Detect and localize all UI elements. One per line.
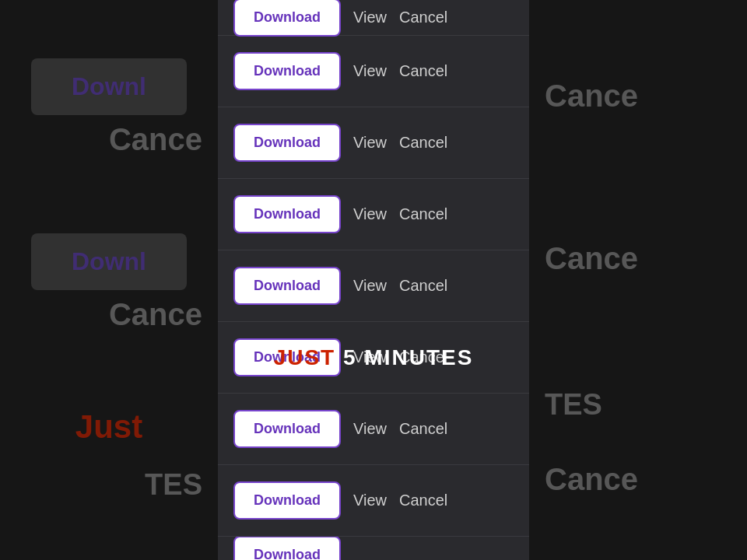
table-row-overlay: Download View Cancel JUST 5 MINUTES <box>218 322 529 394</box>
download-button-1[interactable]: Download <box>233 52 341 90</box>
bg-download-label-1: Downl <box>72 72 146 101</box>
view-link-6[interactable]: View <box>353 420 387 438</box>
download-button-5[interactable]: Download <box>233 338 341 376</box>
cancel-link-4[interactable]: Cancel <box>399 277 447 295</box>
cancel-link-1[interactable]: Cancel <box>399 62 447 80</box>
cancel-link-0[interactable]: Cancel <box>399 9 447 26</box>
download-button-8[interactable]: Download <box>233 537 341 560</box>
table-row: Download View Cancel <box>218 107 529 179</box>
bg-cancel-label-1: Cance <box>109 122 202 157</box>
view-link-2[interactable]: View <box>353 134 387 152</box>
cancel-link-3[interactable]: Cancel <box>399 205 447 223</box>
bg-cancel-label-2: Cance <box>109 297 202 332</box>
download-button-0[interactable]: Download <box>233 0 341 37</box>
bg-download-btn-1: Downl <box>31 58 187 115</box>
background-left: Downl Cance Downl Cance Just TES <box>0 0 218 560</box>
bg-download-label-2: Downl <box>72 247 146 276</box>
view-link-0[interactable]: View <box>353 9 387 26</box>
table-row: Download View Cancel <box>218 465 529 537</box>
table-row: Download View Cancel <box>218 250 529 322</box>
background-right: Cance Cance TES Cance <box>529 0 747 560</box>
view-link-7[interactable]: View <box>353 492 387 509</box>
view-link-4[interactable]: View <box>353 277 387 295</box>
bg-right-cancel-3: Cance <box>545 462 638 497</box>
bg-right-tes: TES <box>545 388 602 422</box>
download-button-4[interactable]: Download <box>233 267 341 305</box>
view-link-1[interactable]: View <box>353 62 387 80</box>
bg-right-cancel-1: Cance <box>545 79 638 114</box>
view-link-5[interactable]: View <box>353 348 387 366</box>
bg-download-btn-2: Downl <box>31 233 187 290</box>
download-button-3[interactable]: Download <box>233 195 341 233</box>
bg-right-cancel-2: Cance <box>545 241 638 276</box>
center-panel: Download View Cancel Download View Cance… <box>218 0 529 560</box>
view-link-3[interactable]: View <box>353 205 387 223</box>
table-row: Download View Cancel <box>218 179 529 250</box>
cancel-link-6[interactable]: Cancel <box>399 420 447 438</box>
download-button-7[interactable]: Download <box>233 481 341 520</box>
cancel-link-5[interactable]: Cancel <box>399 348 447 366</box>
table-row: Download View Cancel <box>218 0 529 36</box>
bg-tes-label: TES <box>145 468 202 502</box>
cancel-link-7[interactable]: Cancel <box>399 492 447 509</box>
table-row: Download View Cancel <box>218 394 529 465</box>
cancel-link-2[interactable]: Cancel <box>399 134 447 152</box>
bg-just-label: Just <box>75 408 142 446</box>
download-button-6[interactable]: Download <box>233 410 341 448</box>
table-row: Download <box>218 537 529 560</box>
table-row: Download View Cancel <box>218 36 529 107</box>
download-button-2[interactable]: Download <box>233 124 341 162</box>
